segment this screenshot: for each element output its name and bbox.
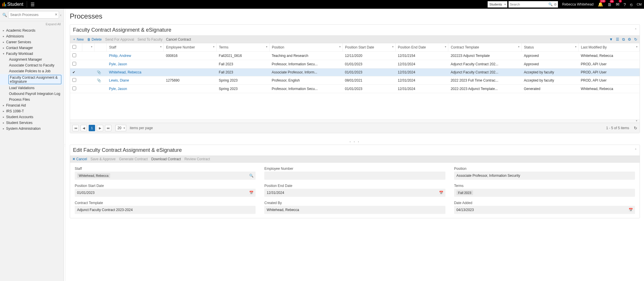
pager-next[interactable]: ▶ xyxy=(97,125,103,131)
settings-icon[interactable]: ⚙ xyxy=(628,37,631,42)
row-attach[interactable]: 📎 xyxy=(94,76,107,85)
attachment-icon[interactable]: 📎 xyxy=(97,78,101,82)
pager-prev[interactable]: ◀ xyxy=(81,125,87,131)
row-checkbox[interactable] xyxy=(72,62,76,66)
delete-button[interactable]: 🗑Delete xyxy=(87,37,102,42)
export-icon[interactable]: ⧉ xyxy=(622,37,625,42)
select-all-checkbox[interactable] xyxy=(72,45,76,49)
bell-icon[interactable]: 🔔134 xyxy=(598,2,603,7)
cancel-button[interactable]: ✕Cancel xyxy=(72,157,87,161)
clear-icon[interactable]: ✕ xyxy=(55,12,58,17)
attachment-icon[interactable]: 📎 xyxy=(97,70,101,74)
grid-col-header[interactable]: Position End Date▾ xyxy=(395,43,448,52)
columns-icon[interactable]: ☰ xyxy=(616,37,619,42)
avatar[interactable]: CM xyxy=(637,3,642,6)
staff-link[interactable]: Lewis, Diane xyxy=(109,78,129,82)
search-icon[interactable]: 🔍 xyxy=(548,2,553,6)
row-check[interactable]: ✔ xyxy=(70,69,82,76)
nav-item[interactable]: ▸Student Services xyxy=(0,120,64,126)
emp-input[interactable] xyxy=(264,172,445,180)
nav-item[interactable]: ▸Contact Manager xyxy=(0,45,64,51)
nav-item[interactable]: ▸Student Accounts xyxy=(0,114,64,120)
table-row[interactable]: 📎Lewis, Diane1275690Spring 2023Professor… xyxy=(70,76,640,85)
pager-size-select[interactable]: 20▾ xyxy=(115,125,126,131)
createdby-input[interactable] xyxy=(264,206,445,214)
nav-subitem[interactable]: Assignment Manager xyxy=(0,57,64,62)
panel-splitter[interactable]: • • • xyxy=(70,139,640,145)
calendar-icon[interactable]: 📅 xyxy=(439,191,443,195)
staff-chip[interactable]: Whitehead, Rebecca xyxy=(77,173,110,178)
grid-col-header[interactable]: Position▾ xyxy=(269,43,342,52)
row-check[interactable] xyxy=(70,85,82,93)
nav-item[interactable]: ▸Financial Aid xyxy=(0,102,64,108)
nav-item[interactable]: ▾Faculty Workload xyxy=(0,51,64,57)
table-row[interactable]: Pyle, JasonSpring 2023Professor, Informa… xyxy=(70,85,640,93)
grid-col-header[interactable]: Terms▾ xyxy=(217,43,270,52)
username-label[interactable]: Rebecca Whitehead xyxy=(562,2,593,6)
search-scope-select[interactable]: Students ▾ xyxy=(488,1,507,8)
staff-link[interactable]: Pyle, Jason xyxy=(109,87,127,91)
search-icon[interactable]: 🔍 xyxy=(249,174,254,178)
refresh-icon[interactable]: ↻ xyxy=(634,37,637,42)
row-check[interactable] xyxy=(70,60,82,69)
table-row[interactable]: ✔📎Whitehead, RebeccaFall 2023Associate P… xyxy=(70,69,640,76)
row-check[interactable] xyxy=(70,76,82,85)
grid-col-header[interactable]: Last Modified By▾ xyxy=(579,43,640,52)
search-clear-icon[interactable]: ⊘ xyxy=(554,2,557,6)
table-row[interactable]: Philip, Andrew000816Fall2021_0816Teachin… xyxy=(70,52,640,60)
nav-item[interactable]: ▸System Administration xyxy=(0,126,64,132)
col-check[interactable] xyxy=(70,43,82,52)
global-search[interactable]: 🔍 ⊘ xyxy=(509,1,558,8)
nav-subitem[interactable]: Associate Contract to Faculty xyxy=(0,62,64,68)
template-input[interactable] xyxy=(75,206,256,214)
sidebar-search-input[interactable] xyxy=(8,11,59,18)
staff-link[interactable]: Whitehead, Rebecca xyxy=(109,70,141,74)
expand-all-link[interactable]: Expand All xyxy=(0,21,64,27)
download-contract-button[interactable]: Download Contract xyxy=(151,157,181,161)
dateadded-input[interactable]: 📅 xyxy=(454,206,635,214)
grid-col-header[interactable]: Position Start Date▾ xyxy=(342,43,395,52)
global-search-input[interactable] xyxy=(510,3,545,6)
staff-input[interactable]: Whitehead, Rebecca 🔍 xyxy=(75,172,256,180)
nav-item[interactable]: ▸IRS 1098-T xyxy=(0,108,64,114)
pager-refresh-icon[interactable]: ↻ xyxy=(634,126,637,130)
grid-expand-bar[interactable] xyxy=(70,119,640,123)
position-input[interactable] xyxy=(454,172,635,180)
table-row[interactable]: Pyle, JasonFall 2023Professor, Informati… xyxy=(70,60,640,69)
grid-col-header[interactable]: Staff▾ xyxy=(107,43,164,52)
terms-input[interactable]: Fall 2023 xyxy=(454,189,635,197)
nav-subitem[interactable]: Outbound Payroll Integration Log xyxy=(0,91,64,97)
filter-icon[interactable]: ▼ xyxy=(609,37,613,42)
logout-icon[interactable]: ⎋ xyxy=(630,2,633,7)
new-button[interactable]: ＋New xyxy=(72,37,84,42)
doc-icon[interactable]: 🗎29 xyxy=(607,2,612,7)
sidebar-search-wrap[interactable]: ✕ xyxy=(8,11,59,19)
row-checkbox[interactable] xyxy=(72,53,76,57)
menu-toggle-icon[interactable]: ☰ xyxy=(31,2,35,7)
row-attach[interactable]: 📎 xyxy=(94,69,107,76)
collapse-panel-icon[interactable]: ˄ xyxy=(635,28,637,33)
nav-subitem[interactable]: Associate Policies to a Job xyxy=(0,68,64,74)
row-check[interactable] xyxy=(70,52,82,60)
nav-item[interactable]: ▸Career Services xyxy=(0,39,64,45)
row-checkbox[interactable] xyxy=(72,78,76,82)
grid-col-header[interactable]: Employee Number▾ xyxy=(164,43,217,52)
collapse-panel-icon[interactable]: ˄ xyxy=(635,148,637,153)
col-expand[interactable]: ▾ xyxy=(82,43,94,52)
nav-item[interactable]: ▸Academic Records xyxy=(0,28,64,33)
mail-icon[interactable]: ✉1 xyxy=(616,2,620,7)
grid-col-header[interactable]: Status▾ xyxy=(522,43,579,52)
cancel-contract-button[interactable]: Cancel Contract xyxy=(166,37,191,42)
nav-subitem[interactable]: Process Files xyxy=(0,97,64,102)
end-input[interactable]: 📅 xyxy=(264,189,445,197)
pager-last[interactable]: ⏭ xyxy=(105,125,111,131)
row-checkbox[interactable] xyxy=(72,87,76,90)
pager-page[interactable]: 1 xyxy=(89,125,95,131)
calendar-icon[interactable]: 📅 xyxy=(249,191,254,195)
staff-link[interactable]: Philip, Andrew xyxy=(109,54,131,58)
term-chip[interactable]: Fall 2023 xyxy=(456,190,473,195)
collapse-sidebar-icon[interactable]: ‹ xyxy=(60,13,61,17)
staff-link[interactable]: Pyle, Jason xyxy=(109,62,127,66)
grid-col-header[interactable]: Contract Template▾ xyxy=(448,43,522,52)
start-input[interactable]: 📅 xyxy=(75,189,256,197)
